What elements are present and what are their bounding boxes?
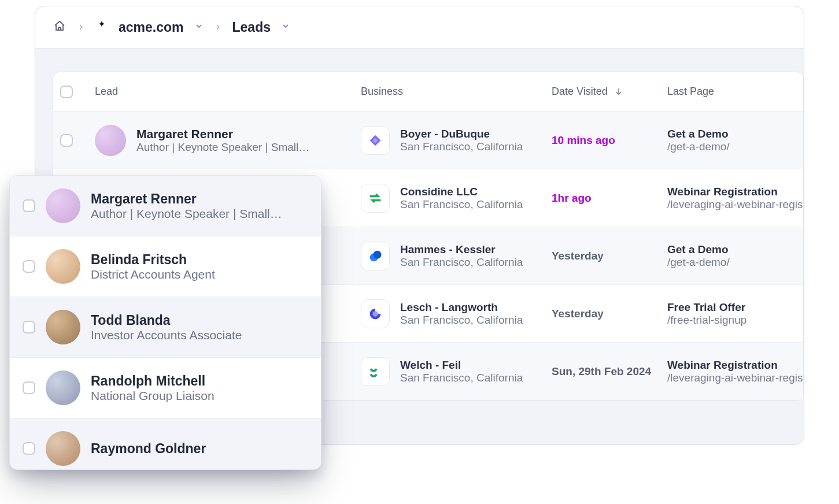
chevron-right-icon (77, 21, 85, 34)
row-checkbox[interactable] (60, 134, 73, 147)
lead-name: Randolph Mitchell (91, 373, 215, 389)
arrow-down-icon (611, 86, 623, 97)
last-page-title: Free Trial Offer (667, 301, 796, 314)
date-visited: Sun, 29th Feb 2024 (552, 365, 667, 378)
home-icon[interactable] (53, 19, 66, 35)
date-visited: Yesterday (552, 250, 667, 262)
last-page-title: Webinar Registration (667, 186, 804, 198)
list-item[interactable]: Margaret Renner Author | Keynote Speaker… (10, 176, 321, 236)
business-name: Lesch - Langworth (400, 301, 523, 314)
select-all-checkbox[interactable] (60, 86, 73, 98)
avatar (46, 310, 80, 344)
svg-point-2 (372, 311, 378, 316)
list-item[interactable]: Belinda Fritsch District Accounts Agent (10, 236, 321, 297)
breadcrumb: acme.com Leads (35, 6, 804, 48)
lead-name: Todd Blanda (91, 313, 242, 328)
lead-subtitle: District Accounts Agent (91, 268, 215, 281)
list-item[interactable]: Todd Blanda Investor Accounts Associate (10, 297, 321, 358)
breadcrumb-site[interactable]: acme.com (119, 20, 184, 35)
sparkle-icon (95, 20, 108, 35)
table-row[interactable]: Margaret Renner Author | Keynote Speaker… (53, 112, 803, 169)
row-checkbox[interactable] (23, 381, 35, 394)
lead-subtitle: Investor Accounts Associate (91, 328, 242, 342)
table-header: Lead Business Date Visited Last Page (53, 72, 803, 112)
business-name: Welch - Feil (400, 359, 523, 372)
col-business[interactable]: Business (361, 86, 552, 98)
last-page-title: Webinar Registration (667, 359, 804, 372)
lead-popover: Margaret Renner Author | Keynote Speaker… (9, 175, 321, 470)
last-page-path: /free-trial-signup (667, 314, 796, 327)
date-visited: 10 mins ago (552, 134, 667, 147)
row-checkbox[interactable] (23, 442, 35, 455)
lead-name: Belinda Fritsch (91, 252, 215, 268)
row-checkbox[interactable] (23, 199, 35, 212)
lead-name: Margaret Renner (91, 191, 282, 207)
company-logo (361, 299, 390, 328)
avatar (46, 370, 80, 405)
svg-point-1 (374, 250, 382, 258)
company-logo (361, 126, 390, 155)
last-page-title: Get a Demo (667, 128, 796, 140)
last-page-path: /leveraging-ai-webinar-register (667, 372, 804, 384)
date-visited: Yesterday (552, 307, 667, 320)
avatar (95, 125, 126, 156)
lead-subtitle: National Group Liaison (91, 389, 215, 403)
lead-subtitle: Author | Keynote Speaker | Small… (91, 207, 282, 221)
row-checkbox[interactable] (23, 321, 35, 333)
business-name: Considine LLC (400, 186, 523, 198)
lead-subtitle: Author | Keynote Speaker | Small… (136, 141, 309, 154)
business-location: San Francisco, California (400, 256, 523, 269)
avatar (46, 188, 80, 223)
lead-name: Margaret Renner (136, 127, 309, 141)
col-date[interactable]: Date Visited (552, 86, 667, 98)
list-item[interactable]: Raymond Goldner (10, 418, 321, 469)
business-location: San Francisco, California (400, 372, 523, 384)
col-lastpage[interactable]: Last Page (667, 86, 796, 98)
chevron-down-icon[interactable] (281, 21, 290, 33)
company-logo (361, 357, 390, 386)
avatar (46, 431, 80, 466)
last-page-path: /get-a-demo/ (667, 140, 796, 153)
col-lead[interactable]: Lead (95, 86, 361, 98)
last-page-title: Get a Demo (667, 243, 796, 256)
chevron-down-icon[interactable] (194, 21, 204, 33)
avatar (46, 249, 80, 284)
company-logo (361, 242, 390, 270)
list-item[interactable]: Randolph Mitchell National Group Liaison (10, 358, 321, 418)
company-logo (361, 184, 390, 213)
breadcrumb-section[interactable]: Leads (232, 20, 271, 35)
date-visited: 1hr ago (552, 192, 667, 205)
business-name: Boyer - DuBuque (400, 128, 523, 140)
last-page-path: /get-a-demo/ (667, 256, 796, 269)
last-page-path: /leveraging-ai-webinar-register (667, 198, 804, 211)
business-location: San Francisco, California (400, 314, 523, 327)
col-date-label: Date Visited (552, 86, 608, 97)
chevron-right-icon (214, 21, 222, 34)
business-location: San Francisco, California (400, 198, 523, 211)
row-checkbox[interactable] (23, 260, 35, 273)
business-name: Hammes - Kessler (400, 243, 523, 256)
lead-name: Raymond Goldner (91, 441, 206, 457)
business-location: San Francisco, California (400, 140, 523, 153)
